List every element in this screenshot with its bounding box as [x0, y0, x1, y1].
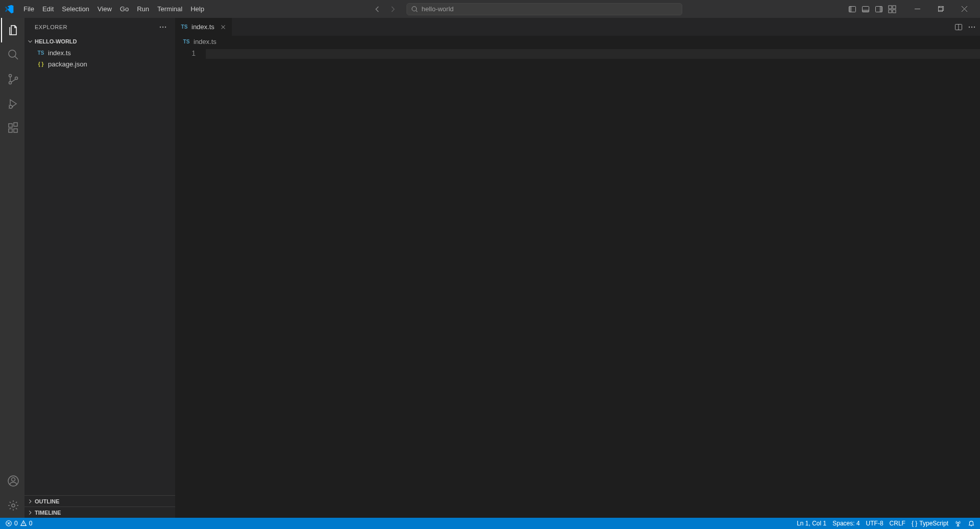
menu-file[interactable]: File: [19, 3, 38, 15]
svg-point-30: [969, 26, 970, 27]
breadcrumb[interactable]: TS index.ts: [175, 36, 980, 47]
window-close-button[interactable]: [952, 0, 976, 18]
menu-run[interactable]: Run: [133, 3, 153, 15]
titlebar-right: [846, 0, 976, 18]
editor-body[interactable]: 1: [175, 47, 980, 518]
svg-point-16: [9, 82, 12, 84]
activity-settings[interactable]: [1, 493, 26, 518]
editor-more-actions-icon[interactable]: [968, 23, 976, 31]
code-area[interactable]: [206, 47, 980, 518]
activity-run-debug[interactable]: [1, 91, 26, 116]
folder-section: HELLO-WORLD TS index.ts { } package.json: [25, 36, 175, 495]
more-actions-icon[interactable]: [159, 23, 167, 31]
nav-forward-button[interactable]: [387, 4, 398, 15]
svg-point-31: [971, 26, 972, 27]
window-maximize-button[interactable]: [929, 0, 952, 18]
svg-point-17: [15, 77, 18, 80]
json-file-icon: { }: [37, 61, 45, 67]
search-placeholder: hello-world: [421, 5, 453, 13]
svg-rect-19: [9, 124, 12, 127]
status-feedback[interactable]: [954, 520, 962, 527]
activity-bar: [0, 18, 25, 518]
menu-edit[interactable]: Edit: [38, 3, 58, 15]
status-eol[interactable]: CRLF: [890, 520, 905, 527]
outline-label: OUTLINE: [35, 498, 59, 504]
svg-rect-20: [9, 129, 12, 132]
menu-selection[interactable]: Selection: [58, 3, 93, 15]
command-center-search[interactable]: hello-world: [407, 3, 682, 15]
warning-count: 0: [29, 520, 33, 527]
status-notifications[interactable]: [968, 520, 975, 527]
search-icon: [411, 6, 418, 13]
svg-rect-13: [938, 8, 942, 12]
vscode-logo-icon: [4, 4, 14, 14]
file-index-ts[interactable]: TS index.ts: [25, 47, 175, 58]
tab-label: index.ts: [192, 23, 214, 31]
menu-help[interactable]: Help: [186, 3, 208, 15]
status-left: 0 0: [5, 520, 32, 527]
typescript-file-icon: TS: [37, 50, 45, 56]
tab-bar: TS index.ts: [175, 18, 980, 36]
status-bar: 0 0 Ln 1, Col 1 Spaces: 4 UTF-8 CRLF { }…: [0, 518, 980, 529]
timeline-section[interactable]: TIMELINE: [25, 507, 175, 518]
status-language[interactable]: { } TypeScript: [912, 520, 948, 527]
outline-section[interactable]: OUTLINE: [25, 495, 175, 507]
toggle-panel-button[interactable]: [859, 3, 872, 15]
svg-point-15: [9, 75, 12, 77]
typescript-file-icon: TS: [182, 39, 190, 44]
menu-go[interactable]: Go: [116, 3, 133, 15]
typescript-file-icon: TS: [180, 24, 188, 30]
explorer-sidebar: EXPLORER HELLO-WORLD TS index.ts { } pac…: [25, 18, 175, 518]
close-tab-icon[interactable]: [220, 24, 227, 31]
nav-arrows: [372, 4, 398, 15]
tab-index-ts[interactable]: TS index.ts: [175, 18, 232, 36]
nav-back-button[interactable]: [372, 4, 383, 15]
menu-terminal[interactable]: Terminal: [153, 3, 186, 15]
svg-point-28: [165, 26, 166, 27]
status-problems[interactable]: 0 0: [5, 520, 32, 527]
svg-point-14: [9, 50, 16, 57]
svg-point-0: [412, 6, 417, 11]
svg-point-25: [12, 504, 15, 507]
customize-layout-button[interactable]: [886, 3, 898, 15]
line-gutter: 1: [175, 47, 206, 518]
svg-rect-2: [849, 6, 852, 12]
line-number: 1: [175, 49, 196, 57]
language-icon: { }: [912, 520, 917, 527]
activity-extensions[interactable]: [1, 116, 26, 141]
folder-header[interactable]: HELLO-WORLD: [25, 36, 175, 47]
folder-name: HELLO-WORLD: [35, 38, 77, 44]
svg-rect-10: [893, 10, 896, 13]
radio-tower-icon: [954, 520, 962, 527]
activity-top: [1, 18, 25, 141]
editor-tab-actions: [948, 18, 980, 36]
sidebar-title: EXPLORER: [35, 24, 67, 30]
activity-search[interactable]: [1, 42, 26, 67]
breadcrumb-label: index.ts: [194, 38, 217, 45]
activity-source-control[interactable]: [1, 67, 26, 91]
activity-explorer[interactable]: [1, 18, 26, 42]
toggle-primary-sidebar-button[interactable]: [846, 3, 858, 15]
svg-point-18: [9, 105, 12, 108]
toggle-secondary-sidebar-button[interactable]: [873, 3, 885, 15]
svg-rect-7: [889, 6, 892, 9]
split-editor-button[interactable]: [952, 21, 965, 33]
status-cursor-position[interactable]: Ln 1, Col 1: [797, 520, 826, 527]
svg-point-32: [974, 26, 975, 27]
editor-area: TS index.ts TS index.ts 1: [175, 18, 980, 518]
status-indentation[interactable]: Spaces: 4: [832, 520, 859, 527]
file-label: index.ts: [48, 49, 71, 57]
sidebar-header: EXPLORER: [25, 18, 175, 36]
activity-accounts[interactable]: [1, 469, 26, 493]
svg-rect-11: [938, 7, 942, 11]
svg-rect-21: [14, 129, 17, 132]
status-encoding[interactable]: UTF-8: [866, 520, 883, 527]
menu-view[interactable]: View: [93, 3, 116, 15]
svg-rect-22: [14, 123, 17, 126]
titlebar: File Edit Selection View Go Run Terminal…: [0, 0, 980, 18]
warning-icon: [20, 520, 27, 527]
activity-bottom: [1, 469, 25, 518]
current-line-highlight: [206, 49, 980, 59]
window-minimize-button[interactable]: [905, 0, 929, 18]
file-package-json[interactable]: { } package.json: [25, 58, 175, 70]
